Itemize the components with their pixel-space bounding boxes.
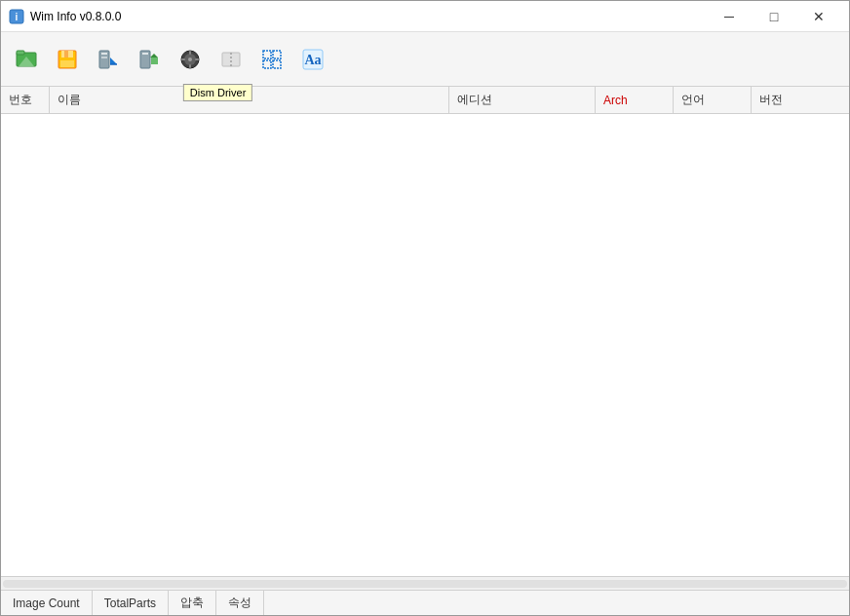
wim-split-icon — [219, 48, 243, 71]
toolbar: Dism Driver Aa — [1, 32, 849, 87]
status-properties[interactable]: 속성 — [216, 591, 264, 615]
column-arch[interactable]: Arch — [596, 87, 674, 113]
svg-rect-21 — [189, 51, 191, 55]
select-all-button[interactable] — [252, 40, 291, 79]
svg-rect-29 — [263, 60, 271, 68]
extract-button[interactable] — [89, 40, 128, 79]
export-button[interactable] — [130, 40, 169, 79]
font-button[interactable]: Aa — [293, 40, 332, 79]
maximize-button[interactable]: □ — [752, 1, 796, 32]
svg-rect-28 — [273, 51, 281, 58]
minimize-button[interactable]: ─ — [707, 1, 752, 32]
table-header: 번호 이름 에디션 Arch 언어 버전 — [1, 87, 849, 114]
scrollbar-track[interactable] — [3, 580, 847, 588]
column-edition[interactable]: 에디션 — [449, 87, 596, 113]
column-version[interactable]: 버전 — [752, 87, 849, 113]
svg-rect-7 — [64, 51, 68, 58]
svg-rect-24 — [195, 58, 199, 60]
main-content: 번호 이름 에디션 Arch 언어 버전 — [1, 87, 849, 590]
svg-rect-11 — [101, 57, 107, 58]
column-num[interactable]: 번호 — [1, 87, 50, 113]
window-title: Wim Info v0.8.0.0 — [30, 10, 707, 23]
status-bar: Image Count TotalParts 압축 속성 — [1, 590, 849, 615]
dism-driver-button[interactable]: Dism Driver — [171, 40, 210, 79]
column-name[interactable]: 이름 — [50, 87, 449, 113]
select-all-icon — [260, 48, 284, 71]
app-icon: i — [9, 9, 24, 24]
svg-marker-17 — [150, 54, 158, 58]
svg-rect-10 — [101, 53, 107, 55]
svg-text:Aa: Aa — [304, 53, 321, 67]
svg-point-20 — [188, 58, 192, 61]
table-body[interactable] — [1, 114, 849, 576]
save-icon — [56, 48, 79, 71]
save-button[interactable] — [48, 40, 87, 79]
title-bar: i Wim Info v0.8.0.0 ─ □ ✕ — [1, 1, 849, 32]
status-compress[interactable]: 압축 — [169, 591, 216, 615]
svg-rect-27 — [263, 51, 271, 58]
horizontal-scrollbar[interactable] — [1, 576, 849, 590]
extract-icon — [97, 48, 120, 71]
svg-marker-12 — [110, 58, 117, 64]
window-controls: ─ □ ✕ — [707, 1, 841, 32]
wim-split-button[interactable] — [212, 40, 251, 79]
svg-rect-4 — [17, 51, 24, 55]
main-window: i Wim Info v0.8.0.0 ─ □ ✕ — [0, 0, 850, 616]
status-total-parts[interactable]: TotalParts — [93, 591, 169, 615]
close-button[interactable]: ✕ — [796, 1, 841, 32]
svg-rect-25 — [222, 53, 240, 66]
svg-rect-23 — [181, 58, 185, 60]
column-lang[interactable]: 언어 — [674, 87, 752, 113]
status-image-count[interactable]: Image Count — [1, 591, 93, 615]
svg-rect-30 — [273, 60, 281, 68]
font-icon: Aa — [301, 48, 325, 71]
svg-rect-22 — [189, 64, 191, 68]
svg-marker-16 — [151, 58, 158, 64]
open-icon — [15, 48, 38, 71]
svg-text:i: i — [16, 12, 19, 22]
svg-rect-8 — [60, 60, 74, 67]
export-icon — [137, 48, 161, 71]
svg-rect-15 — [142, 53, 148, 55]
dism-driver-icon — [178, 48, 202, 71]
open-button[interactable] — [7, 40, 46, 79]
